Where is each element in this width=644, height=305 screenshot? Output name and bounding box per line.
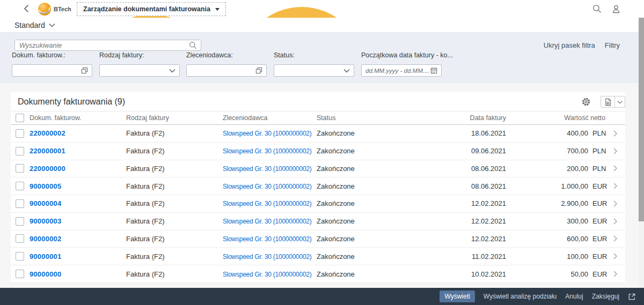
chevron-right-icon[interactable] [613,165,617,172]
company-logo[interactable]: BTech [38,2,71,16]
row-checkbox[interactable] [16,270,24,278]
app-title-menu[interactable]: Zarządzanie dokumentami fakturowania [77,2,226,16]
display-split-analysis-button[interactable]: Wyświetl analizę podziału [484,293,557,300]
invoice-document-link[interactable]: 90000004 [30,199,61,207]
filters-link[interactable]: Filtry [605,41,620,49]
table-title: Dokumenty fakturowania (9) [18,97,125,107]
vertical-scrollbar[interactable] [639,18,644,288]
payer-link[interactable]: Slowspeed Gr. 30 (1000000002) [223,165,312,173]
column-header-rodzaj[interactable]: Rodzaj faktury [126,114,223,122]
table-row[interactable]: 90000001Faktura (F2)Slowspeed Gr. 30 (10… [11,248,625,265]
chevron-left-icon [24,4,29,13]
payer-link[interactable]: Slowspeed Gr. 30 (1000000002) [223,130,312,137]
payer-link[interactable]: Slowspeed Gr. 30 (1000000002) [223,235,312,243]
invoice-document-link[interactable]: 90000002 [30,235,61,243]
status-cell: Zakończone [317,235,413,243]
select-all-checkbox[interactable] [16,114,24,122]
chevron-right-icon[interactable] [613,200,617,207]
column-header-data[interactable]: Data faktury [413,114,506,122]
row-checkbox[interactable] [16,164,24,173]
column-header-dokum[interactable]: Dokum. fakturow. [25,114,126,122]
invoice-table-card: Dokumenty fakturowania (9) Dokum. faktur… [11,92,625,283]
invoice-date-cell: 18.06.2021 [413,129,506,137]
chevron-down-icon [343,69,350,73]
table-row[interactable]: 220000002Faktura (F2)Slowspeed Gr. 30 (1… [11,125,625,143]
cancel-button[interactable]: Anuluj [565,293,583,300]
invoice-document-link[interactable]: 220000001 [30,147,65,155]
table-row[interactable]: 220000000Faktura (F2)Slowspeed Gr. 30 (1… [11,160,625,178]
filter-field: Początkowa data faktury - ko...dd.MM.yyy… [361,51,442,77]
invoice-document-link[interactable]: 220000002 [30,129,65,137]
chevron-down-icon [49,23,55,27]
row-checkbox[interactable] [16,199,24,208]
search-button[interactable] [592,4,602,14]
gear-icon [581,97,591,107]
payer-link[interactable]: Slowspeed Gr. 30 (1000000002) [223,218,312,225]
user-profile-button[interactable] [611,4,621,14]
calendar-icon [430,67,437,74]
column-header-status[interactable]: Status [317,114,413,122]
filter-field-input[interactable] [274,64,354,77]
invoice-date-cell: 08.06.2021 [413,182,506,190]
invoice-document-link[interactable]: 90000001 [30,252,61,261]
invoice-document-link[interactable]: 220000000 [30,165,65,173]
payer-link[interactable]: Slowspeed Gr. 30 (1000000002) [223,253,312,261]
scrollbar-thumb[interactable] [639,18,644,221]
invoice-date-cell: 08.06.2021 [413,165,506,173]
invoice-document-link[interactable]: 90000003 [30,217,61,225]
column-header-wartosc[interactable]: Wartość netto [506,114,605,122]
payer-link[interactable]: Slowspeed Gr. 30 (1000000002) [223,271,312,278]
chevron-right-icon[interactable] [613,218,617,225]
search-input[interactable]: Wyszukiwanie [14,40,201,51]
chevron-down-icon [215,8,219,11]
display-button[interactable]: Wyświetl [440,291,474,302]
chevron-right-icon[interactable] [613,253,617,259]
row-checkbox[interactable] [16,129,24,138]
status-cell: Zakończone [317,182,413,190]
row-checkbox[interactable] [16,234,24,243]
btech-logo-icon [38,2,52,16]
table-row[interactable]: 90000005Faktura (F2)Slowspeed Gr. 30 (10… [11,177,625,195]
column-header-zleceniodawca[interactable]: Zleceniodawca [223,114,317,122]
invoice-document-link[interactable]: 90000005 [30,182,61,190]
payer-link[interactable]: Slowspeed Gr. 30 (1000000002) [223,147,312,155]
row-checkbox[interactable] [16,217,24,226]
table-row[interactable]: 90000002Faktura (F2)Slowspeed Gr. 30 (10… [11,230,625,248]
chevron-right-icon[interactable] [613,148,617,154]
filter-field: Dokum. fakturow.: [12,51,92,77]
chevron-right-icon[interactable] [613,130,617,137]
table-row[interactable]: 90000000Faktura (F2)Slowspeed Gr. 30 (10… [11,265,625,283]
table-row[interactable]: 90000003Faktura (F2)Slowspeed Gr. 30 (10… [11,213,625,230]
row-checkbox[interactable] [16,147,24,155]
settings-button[interactable] [580,96,592,108]
invoice-document-link[interactable]: 90000000 [30,270,61,278]
open-in-new-window-icon[interactable] [628,293,636,301]
filter-field-label: Dokum. fakturow.: [12,51,92,59]
export-button[interactable] [601,96,615,107]
net-value-cell: 1.000,00EUR [506,182,605,190]
net-value-cell: 600,00EUR [506,235,605,243]
invoice-type-cell: Faktura (F2) [126,182,223,190]
row-checkbox[interactable] [16,182,24,190]
row-checkbox[interactable] [16,252,24,261]
filter-field-input[interactable] [99,64,180,77]
post-button[interactable]: Zaksięguj [592,293,619,300]
export-menu-button[interactable] [615,96,625,107]
status-cell: Zakończone [317,199,413,207]
filter-field-input[interactable] [186,64,267,77]
table-row[interactable]: 220000001Faktura (F2)Slowspeed Gr. 30 (1… [11,143,625,160]
filter-field-input[interactable] [12,64,92,77]
chevron-right-icon[interactable] [613,183,617,189]
back-button[interactable] [21,4,31,13]
chevron-right-icon[interactable] [613,235,617,242]
export-split-button[interactable] [601,96,625,108]
filter-field-input[interactable]: dd.MM.yyyy - dd.MM.... [361,64,442,77]
hide-filterbar-link[interactable]: Ukryj pasek filtra [544,41,595,49]
payer-link[interactable]: Slowspeed Gr. 30 (1000000002) [223,183,312,190]
variant-selector[interactable]: Standard [14,21,55,29]
decor-yellow-circle-large [239,7,364,18]
chevron-right-icon[interactable] [613,271,617,277]
payer-link[interactable]: Slowspeed Gr. 30 (1000000002) [223,200,312,207]
table-row[interactable]: 90000004Faktura (F2)Slowspeed Gr. 30 (10… [11,195,625,213]
filter-field: Rodzaj faktury: [99,51,180,77]
